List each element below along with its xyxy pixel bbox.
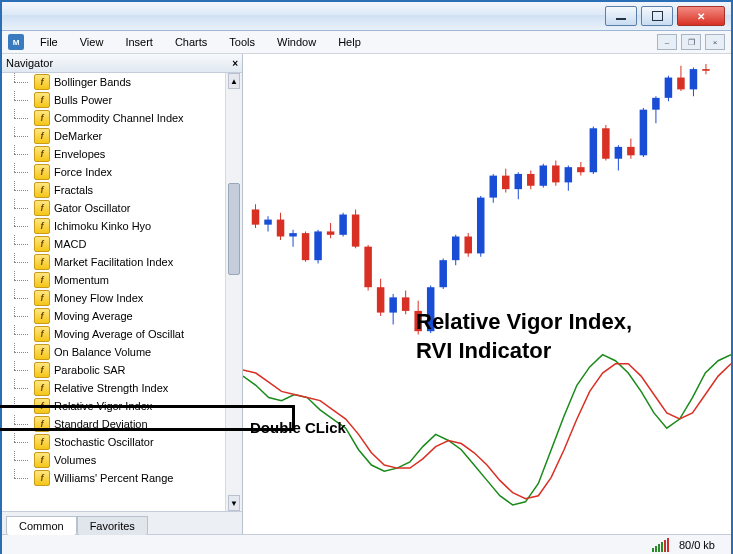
tab-common[interactable]: Common bbox=[6, 516, 77, 535]
navigator-item[interactable]: fRelative Vigor Index bbox=[2, 397, 225, 415]
price-chart bbox=[243, 54, 731, 513]
navigator-close-icon[interactable]: × bbox=[232, 58, 238, 69]
svg-rect-3 bbox=[264, 220, 272, 225]
navigator-item[interactable]: fStochastic Oscillator bbox=[2, 433, 225, 451]
svg-rect-23 bbox=[389, 297, 397, 312]
scroll-thumb[interactable] bbox=[228, 183, 240, 275]
navigator-item[interactable]: fEnvelopes bbox=[2, 145, 225, 163]
navigator-item[interactable]: fOn Balance Volume bbox=[2, 343, 225, 361]
mdi-restore-button[interactable]: ❐ bbox=[681, 34, 701, 50]
minimize-button[interactable] bbox=[605, 6, 637, 26]
navigator-item-label: Standard Deviation bbox=[54, 418, 148, 430]
indicator-icon: f bbox=[34, 398, 50, 414]
navigator-item-label: Commodity Channel Index bbox=[54, 112, 184, 124]
navigator-item[interactable]: fWilliams' Percent Range bbox=[2, 469, 225, 487]
navigator-item[interactable]: fBollinger Bands bbox=[2, 73, 225, 91]
navigator-item[interactable]: fParabolic SAR bbox=[2, 361, 225, 379]
mdi-minimize-button[interactable]: – bbox=[657, 34, 677, 50]
svg-rect-41 bbox=[502, 176, 510, 190]
svg-rect-35 bbox=[464, 236, 472, 253]
navigator-item[interactable]: fMoving Average of Oscillat bbox=[2, 325, 225, 343]
svg-rect-15 bbox=[339, 215, 347, 235]
navigator-item-label: Momentum bbox=[54, 274, 109, 286]
svg-rect-73 bbox=[702, 69, 710, 71]
navigator-item-label: Fractals bbox=[54, 184, 93, 196]
navigator-item[interactable]: fCommodity Channel Index bbox=[2, 109, 225, 127]
indicator-icon: f bbox=[34, 308, 50, 324]
menu-help[interactable]: Help bbox=[332, 34, 367, 50]
svg-rect-61 bbox=[627, 147, 635, 155]
navigator-item[interactable]: fForce Index bbox=[2, 163, 225, 181]
navigator-item[interactable]: fStandard Deviation bbox=[2, 415, 225, 433]
indicator-icon: f bbox=[34, 218, 50, 234]
navigator-item[interactable]: fMoney Flow Index bbox=[2, 289, 225, 307]
svg-rect-37 bbox=[477, 198, 485, 254]
menu-charts[interactable]: Charts bbox=[169, 34, 213, 50]
navigator-item[interactable]: fFractals bbox=[2, 181, 225, 199]
navigator-item[interactable]: fGator Oscillator bbox=[2, 199, 225, 217]
scroll-down-icon[interactable]: ▼ bbox=[228, 495, 240, 511]
navigator-item[interactable]: fIchimoku Kinko Hyo bbox=[2, 217, 225, 235]
navigator-item-label: Ichimoku Kinko Hyo bbox=[54, 220, 151, 232]
tab-favorites[interactable]: Favorites bbox=[77, 516, 148, 535]
menu-window[interactable]: Window bbox=[271, 34, 322, 50]
indicator-icon: f bbox=[34, 128, 50, 144]
navigator-item[interactable]: fMomentum bbox=[2, 271, 225, 289]
indicator-icon: f bbox=[34, 434, 50, 450]
svg-rect-21 bbox=[377, 287, 385, 312]
indicator-icon: f bbox=[34, 110, 50, 126]
indicator-icon: f bbox=[34, 254, 50, 270]
menu-insert[interactable]: Insert bbox=[119, 34, 159, 50]
svg-rect-43 bbox=[515, 174, 523, 189]
svg-rect-11 bbox=[314, 231, 322, 260]
navigator-item[interactable]: fRelative Strength Index bbox=[2, 379, 225, 397]
menu-view[interactable]: View bbox=[74, 34, 110, 50]
svg-rect-45 bbox=[527, 174, 535, 186]
menu-tools[interactable]: Tools bbox=[223, 34, 261, 50]
menu-file[interactable]: File bbox=[34, 34, 64, 50]
svg-rect-33 bbox=[452, 236, 460, 260]
scroll-up-icon[interactable]: ▲ bbox=[228, 73, 240, 89]
svg-rect-65 bbox=[652, 98, 660, 110]
connection-bars-icon bbox=[652, 538, 669, 552]
navigator-header: Navigator × bbox=[2, 54, 242, 73]
navigator-item[interactable]: fDeMarker bbox=[2, 127, 225, 145]
navigator-item[interactable]: fMACD bbox=[2, 235, 225, 253]
navigator-scrollbar[interactable]: ▲ ▼ bbox=[225, 73, 242, 511]
navigator-item[interactable]: fBulls Power bbox=[2, 91, 225, 109]
indicator-icon: f bbox=[34, 380, 50, 396]
indicator-icon: f bbox=[34, 290, 50, 306]
chart-area[interactable] bbox=[243, 54, 731, 534]
svg-rect-55 bbox=[590, 128, 598, 172]
indicator-icon: f bbox=[34, 146, 50, 162]
indicator-icon: f bbox=[34, 272, 50, 288]
navigator-item-label: Williams' Percent Range bbox=[54, 472, 173, 484]
svg-rect-71 bbox=[690, 69, 698, 89]
navigator-item[interactable]: fMarket Facilitation Index bbox=[2, 253, 225, 271]
close-button[interactable] bbox=[677, 6, 725, 26]
navigator-item[interactable]: fVolumes bbox=[2, 451, 225, 469]
navigator-item-label: On Balance Volume bbox=[54, 346, 151, 358]
indicator-icon: f bbox=[34, 452, 50, 468]
svg-rect-31 bbox=[439, 260, 447, 287]
status-bar: 80/0 kb bbox=[2, 534, 731, 554]
navigator-tree: fBollinger BandsfBulls PowerfCommodity C… bbox=[2, 73, 242, 511]
navigator-item-label: DeMarker bbox=[54, 130, 102, 142]
mdi-close-button[interactable]: × bbox=[705, 34, 725, 50]
indicator-icon: f bbox=[34, 164, 50, 180]
svg-rect-49 bbox=[552, 165, 560, 182]
svg-rect-39 bbox=[489, 176, 497, 198]
svg-rect-27 bbox=[414, 311, 422, 331]
svg-rect-19 bbox=[364, 247, 372, 288]
navigator-item-label: Bollinger Bands bbox=[54, 76, 131, 88]
navigator-item[interactable]: fMoving Average bbox=[2, 307, 225, 325]
navigator-item-label: Bulls Power bbox=[54, 94, 112, 106]
navigator-item-label: Volumes bbox=[54, 454, 96, 466]
svg-rect-57 bbox=[602, 128, 610, 158]
navigator-item-label: Relative Vigor Index bbox=[54, 400, 152, 412]
maximize-button[interactable] bbox=[641, 6, 673, 26]
svg-rect-51 bbox=[565, 167, 573, 182]
svg-rect-17 bbox=[352, 215, 360, 247]
svg-rect-5 bbox=[277, 220, 285, 237]
window-title-bar bbox=[2, 2, 731, 31]
